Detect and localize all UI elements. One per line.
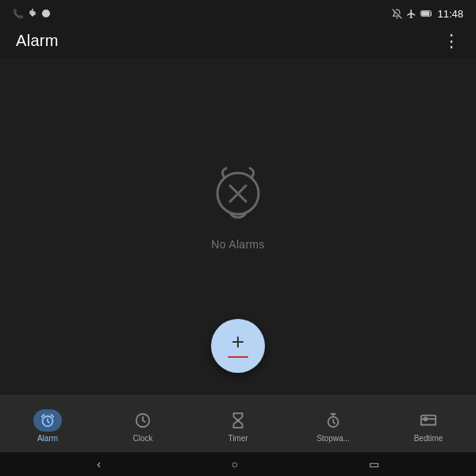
voicemail-icon: 📞 bbox=[13, 9, 24, 19]
status-right-icons: 11:48 bbox=[392, 8, 463, 20]
bell-off-icon bbox=[392, 9, 402, 19]
page-title: Alarm bbox=[16, 32, 59, 50]
stopwatch-icon bbox=[324, 412, 342, 429]
clock-tab-icon-wrap bbox=[129, 409, 157, 432]
svg-line-1 bbox=[393, 9, 402, 18]
stopwatch-tab-icon-wrap bbox=[319, 409, 347, 432]
fab-line-decoration bbox=[228, 356, 248, 359]
svg-point-0 bbox=[42, 10, 50, 17]
bedtime-icon bbox=[420, 412, 437, 429]
recents-button[interactable]: ▭ bbox=[369, 458, 379, 470]
timer-icon bbox=[229, 412, 247, 429]
no-alarms-text: No Alarms bbox=[211, 238, 264, 251]
svg-line-8 bbox=[42, 414, 44, 416]
stopwatch-tab-label: Stopwa... bbox=[317, 434, 350, 443]
bedtime-tab-label: Bedtime bbox=[414, 434, 443, 443]
tab-timer[interactable]: Timer bbox=[190, 403, 286, 446]
alarm-tab-label: Alarm bbox=[37, 434, 58, 443]
tab-stopwatch[interactable]: Stopwa... bbox=[286, 403, 381, 446]
status-time: 11:48 bbox=[437, 8, 463, 20]
recording-icon bbox=[41, 9, 51, 18]
bedtime-tab-icon-wrap bbox=[414, 409, 443, 432]
top-bar: Alarm ⋮ bbox=[0, 25, 476, 58]
tab-alarm[interactable]: Alarm bbox=[0, 403, 95, 446]
status-bar: 📞 11:48 bbox=[0, 0, 476, 25]
alarm-tab-icon-wrap bbox=[33, 409, 62, 432]
more-options-button[interactable]: ⋮ bbox=[443, 33, 460, 50]
clock-tab-label: Clock bbox=[132, 434, 152, 443]
add-alarm-button[interactable]: + bbox=[211, 319, 265, 373]
svg-line-9 bbox=[52, 414, 54, 416]
system-nav-bar: ‹ ○ ▭ bbox=[0, 452, 476, 476]
timer-tab-icon-wrap bbox=[224, 409, 252, 432]
bottom-nav: Alarm Clock Timer bbox=[0, 395, 476, 452]
tab-bedtime[interactable]: Bedtime bbox=[381, 403, 476, 446]
tab-clock[interactable]: Clock bbox=[95, 403, 190, 446]
timer-tab-label: Timer bbox=[228, 434, 248, 443]
clock-icon bbox=[134, 412, 152, 429]
alarm-icon bbox=[39, 412, 56, 429]
status-left-icons: 📞 bbox=[13, 8, 51, 19]
empty-state: No Alarms bbox=[202, 155, 274, 251]
airplane-icon bbox=[406, 9, 416, 19]
svg-rect-3 bbox=[422, 11, 430, 15]
battery-icon bbox=[420, 9, 433, 18]
main-content: No Alarms + bbox=[0, 58, 476, 395]
usb-icon bbox=[28, 8, 37, 19]
home-button[interactable]: ○ bbox=[232, 458, 238, 470]
plus-icon: + bbox=[232, 331, 244, 353]
back-button[interactable]: ‹ bbox=[97, 458, 101, 470]
no-alarm-icon bbox=[202, 155, 274, 227]
